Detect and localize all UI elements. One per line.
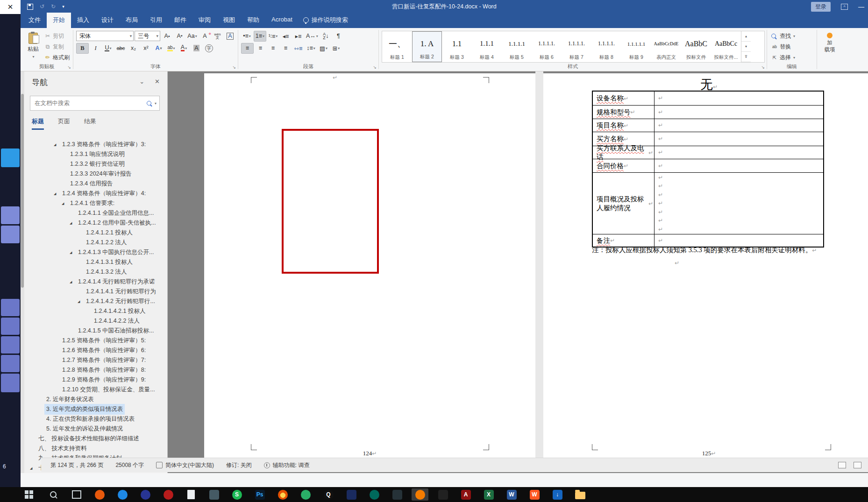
style-标题4[interactable]: 1.1.1标题 4 — [472, 31, 502, 62]
nav-heading-item[interactable]: 1.2.4.1.1 全国企业信用信息... — [21, 208, 167, 218]
taskbar-app-navy-icon[interactable] — [343, 488, 360, 501]
nav-options-chevron-icon[interactable]: ⌄ — [139, 78, 144, 85]
status-word-count[interactable]: 25008 个字 — [115, 461, 144, 469]
multilevel-list-button[interactable]: ¹∶≡▾ — [267, 31, 279, 41]
collapse-arrow-icon[interactable]: ◢ — [70, 277, 76, 287]
collapse-arrow-icon[interactable]: ◢ — [30, 463, 36, 473]
dock-close-icon[interactable]: ✕ — [0, 0, 21, 14]
dock-tile-5[interactable] — [1, 336, 20, 354]
status-page-info[interactable]: 第 124 页，共 266 页 — [50, 461, 103, 469]
character-shading-button[interactable]: A — [191, 43, 202, 53]
dock-tile-2[interactable] — [1, 226, 20, 243]
nav-heading-item[interactable]: 1.2.6 资格条件（响应性评审）6: — [21, 346, 167, 355]
borders-button[interactable]: ⊞▾ — [330, 43, 342, 53]
font-color-button[interactable]: A▾ — [178, 43, 190, 53]
dock-tile-7[interactable] — [1, 374, 20, 392]
collapse-arrow-icon[interactable]: ◢ — [54, 189, 60, 198]
nav-heading-item[interactable]: ◢1.2.4.1.4 无行贿犯罪行为承诺 — [21, 277, 167, 287]
nav-search-input[interactable]: 在文档中搜索 ▾ — [30, 96, 160, 111]
nav-heading-item[interactable]: ◢1.2.3 资格条件（响应性评审）3: — [21, 140, 167, 149]
nav-heading-item[interactable]: 1.2.4.1.4.1 无行贿犯罪行为 — [21, 287, 167, 297]
nav-heading-item[interactable]: 1.2.4.1.4.2.2 法人 — [21, 316, 167, 326]
nav-heading-item[interactable]: 4. 正在供货和新承接的项目情况表 — [21, 414, 167, 424]
font-name-combobox[interactable]: 宋体▾ — [76, 31, 134, 41]
addins-button[interactable]: 加 载项 — [820, 33, 840, 53]
nav-heading-item[interactable]: ◢1.2.4 资格条件（响应性评审）4: — [21, 189, 167, 198]
show-hide-marks-button[interactable]: ¶ — [333, 31, 344, 41]
table-value-cell[interactable]: ↵ — [655, 119, 823, 132]
copy-button[interactable]: ⧉复制 — [43, 42, 71, 51]
style-标题3[interactable]: 1.1标题 3 — [442, 31, 472, 62]
nav-heading-item[interactable]: 1.2.4.1.3.1 投标人 — [21, 257, 167, 267]
page-125[interactable]: 无↵ 设备名称↵↵规格和型号↵↵项目名称↵↵买方名称↵↵买方联系人及电话↵↵合同… — [543, 73, 868, 470]
style-标题5[interactable]: 1.1.1.1标题 5 — [502, 31, 532, 62]
ribbon-tab-2[interactable]: 插入 — [71, 13, 95, 28]
cut-button[interactable]: ✂剪切 — [43, 31, 71, 41]
table-value-cell[interactable]: ↵ — [655, 234, 823, 247]
nav-heading-item[interactable]: 1.2.4.1.2.1 投标人 — [21, 228, 167, 238]
table-row[interactable]: 买方联系人及电话↵↵ — [593, 146, 823, 159]
taskbar-qq-icon[interactable]: Q — [320, 488, 337, 501]
strikethrough-button[interactable]: abc — [115, 43, 127, 53]
tell-me-search[interactable]: 操作说明搜索 — [299, 13, 353, 28]
taskbar-app-teal-icon[interactable] — [366, 488, 383, 501]
paragraph-dialog-launcher-icon[interactable]: ↘ — [373, 65, 377, 70]
dock-tile-4[interactable] — [1, 318, 20, 335]
dock-tile-6[interactable] — [1, 355, 20, 372]
change-case-button[interactable]: Aa▾ — [186, 31, 198, 41]
ribbon-tab-5[interactable]: 引用 — [144, 13, 168, 28]
nav-heading-item[interactable]: 1.2.3.3 2024年审计报告 — [21, 169, 167, 179]
taskbar-app-red-icon[interactable] — [160, 488, 177, 501]
document-canvas[interactable]: ↵ 124↵ 无↵ 设备名称↵↵规格和型号↵↵项目名称↵↵买方名称↵↵买方联系人… — [168, 71, 868, 473]
nav-heading-item[interactable]: ◢1.2.4.1.3 中国执行信息公开... — [21, 247, 167, 257]
table-label-cell[interactable]: 规格和型号↵ — [593, 106, 655, 119]
ribbon-tab-6[interactable]: 邮件 — [168, 13, 192, 28]
taskbar-petrochina-icon[interactable] — [274, 488, 291, 501]
select-button[interactable]: ⇱选择▾ — [770, 53, 815, 62]
style-投标文件[interactable]: AaBbCc投标文件... — [711, 31, 741, 62]
taskbar-word-icon[interactable]: W — [503, 488, 520, 501]
taskbar-photoshop-icon[interactable]: Ps — [251, 488, 268, 501]
ribbon-tab-0[interactable]: 文件 — [22, 13, 47, 28]
qat-customize-icon[interactable]: ▾ — [62, 4, 64, 9]
nav-close-icon[interactable]: ✕ — [155, 78, 160, 85]
minimize-button[interactable]: — — [858, 3, 864, 10]
nav-heading-item[interactable]: 1.2.9 资格条件（响应性评审）9: — [21, 375, 167, 385]
nav-heading-item[interactable]: 1.2.4.1.5 中国石油招标投标... — [21, 326, 167, 336]
read-mode-view-icon[interactable] — [838, 462, 846, 468]
taskbar-wps-icon[interactable]: W — [526, 488, 543, 501]
phonetic-guide-button[interactable]: wén文 — [212, 31, 223, 41]
bullets-button[interactable]: •≡▾ — [241, 31, 253, 41]
nav-heading-item[interactable]: 七、 投标设备技术性能指标的详细描述 — [21, 434, 167, 444]
ribbon-tab-7[interactable]: 审阅 — [192, 13, 217, 28]
nav-heading-item[interactable]: ◢1.2.4.1.4.2 无行贿犯罪行... — [21, 297, 167, 306]
align-center-button[interactable]: ≡ — [255, 43, 266, 53]
taskbar-file-explorer-icon[interactable] — [572, 488, 589, 501]
table-label-cell[interactable]: 买方联系人及电话↵ — [593, 146, 655, 159]
nav-heading-item[interactable]: 1.2.10 交货期、投标保证金、质量... — [21, 385, 167, 395]
line-spacing-button[interactable]: ↕≡▾ — [305, 43, 317, 53]
shading-button[interactable]: ▨▾ — [318, 43, 329, 53]
text-effects-button[interactable]: A▾ — [153, 43, 164, 53]
taskbar-wechat-icon[interactable] — [297, 488, 314, 501]
ribbon-tab-1[interactable]: 开始 — [47, 13, 71, 28]
italic-button[interactable]: I — [90, 43, 101, 53]
shrink-font-button[interactable]: A▾ — [174, 31, 185, 41]
taskbar-firefox-icon[interactable] — [91, 488, 108, 501]
table-label-cell[interactable]: 项目名称↵ — [593, 119, 655, 132]
table-label-cell[interactable]: 设备名称↵ — [593, 92, 655, 105]
nav-heading-item[interactable]: 5. 近年发生的诉讼及仲裁情况 — [21, 424, 167, 434]
asian-layout-button[interactable]: A↔▾ — [305, 31, 319, 41]
styles-scroll-down-icon[interactable]: ▾ — [741, 42, 751, 52]
styles-more-icon[interactable]: ⊽ — [741, 52, 751, 62]
collapse-arrow-icon[interactable]: ◢ — [78, 297, 84, 306]
nav-heading-item[interactable]: 3. 近年完成的类似项目情况表 — [21, 404, 167, 414]
table-row[interactable]: 备注↵↵ — [593, 234, 823, 247]
taskbar-spotify-icon[interactable]: S — [228, 488, 245, 501]
table-value-cell[interactable]: ↵ — [655, 132, 823, 146]
ribbon-tab-9[interactable]: 帮助 — [241, 13, 265, 28]
ribbon-tab-8[interactable]: 视图 — [217, 13, 241, 28]
style-标题1[interactable]: 一、标题 1 — [382, 31, 412, 62]
nav-heading-item[interactable]: 1.2.4.1.2.2 法人 — [21, 238, 167, 247]
nav-tab-1[interactable]: 页面 — [58, 117, 70, 130]
